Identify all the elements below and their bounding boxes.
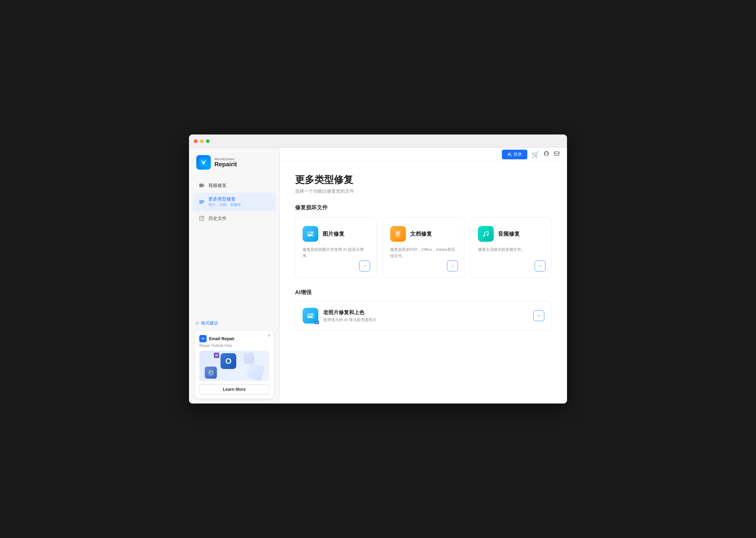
audio-repair-title: 音频修复 [498,230,520,238]
logo-product: Repairit [215,161,237,168]
cart-icon[interactable]: 🛒 [531,151,539,158]
audio-repair-arrow[interactable]: → [534,260,545,271]
logo-text: Wondershare Repairit [215,157,237,168]
main-content: 更多类型修复 选择一个功能以修复您的文件 修复损坏文件 [280,161,567,404]
feature-cards-row: 图片修复 修复损坏的图片并使用 AI 提高分辨率。 → [295,217,552,278]
right-panel: 登录 🛒 [280,148,567,404]
image-repair-title: 图片修复 [323,230,344,238]
svg-point-1 [203,161,204,163]
video-repair-content: 视频修复 [208,183,227,188]
image-repair-icon [303,226,318,242]
outlook-icon: O [221,353,236,369]
audio-repair-header: 音频修复 [478,226,544,242]
svg-point-7 [509,153,510,155]
email-repair-card: × ✉ Email Repair Repair Outlook Files ⚙️… [195,331,274,399]
sidebar-item-more-repair[interactable]: 更多类型修复 照片、文档、音频等 [193,193,276,211]
history-icon [199,215,205,221]
video-repair-icon [199,182,205,188]
svg-rect-10 [548,153,548,155]
logo-brand: Wondershare [215,157,237,161]
title-bar [189,134,567,148]
svg-rect-9 [544,153,545,155]
svg-point-13 [311,232,313,234]
doc-repair-icon [390,226,406,242]
minimize-button[interactable] [200,139,204,143]
svg-point-15 [483,235,485,237]
ai-card-content: 老照片修复和上色 使用强大的 AI 算法处理老照片 [323,309,529,323]
maximize-button[interactable] [206,139,210,143]
doc-repair-arrow[interactable]: → [447,260,458,271]
app-logo-icon [196,155,211,170]
repair-section-title: 修复损坏文件 [295,204,552,211]
sidebar-bottom: 格式建议 × ✉ Email Repair Repair Outlook Fil… [189,316,279,404]
traffic-lights [194,139,210,143]
close-button[interactable] [194,139,197,143]
history-label: 历史文件 [208,216,227,221]
ai-card[interactable]: AI 老照片修复和上色 使用强大的 AI 算法处理老照片 → [295,301,552,331]
history-content: 历史文件 [208,216,227,221]
ai-card-icon: AI [303,308,318,324]
ai-badge: AI [315,321,319,324]
email-repair-card-icon: ✉ [199,335,207,342]
app-body: Wondershare Repairit 视频修复 [189,148,567,404]
audio-repair-icon [478,226,494,242]
email-repair-subtitle: Repair Outlook Files [199,344,269,348]
user-icon [507,152,512,157]
more-repair-sublabel: 照片、文档、音频等 [208,202,241,207]
ai-section-title: AI增强 [295,289,552,296]
sidebar: Wondershare Repairit 视频修复 [189,148,280,404]
learn-more-button[interactable]: Learn More [199,384,269,395]
image-repair-card[interactable]: 图片修复 修复损坏的图片并使用 AI 提高分辨率。 → [295,217,377,278]
cube-decor-2 [243,352,255,365]
login-label: 登录 [513,152,522,157]
doc-repair-desc: 修复损坏的PDF，Office，Adobe和压缩文件。 [390,246,456,270]
email-repair-illustration: ⚙️ O W [199,351,269,381]
login-button[interactable]: 登录 [502,150,527,159]
svg-point-18 [311,314,313,315]
logo-area: Wondershare Repairit [189,148,279,176]
nav-section: 视频修复 更多类型修复 照片、文档、音频等 [189,176,279,316]
format-advice-label: 格式建议 [201,320,218,326]
ai-card-title: 老照片修复和上色 [323,309,529,316]
svg-rect-11 [554,152,559,155]
email-repair-header: ✉ Email Repair [199,335,269,342]
page-subtitle: 选择一个功能以修复您的文件 [295,188,552,194]
email-repair-close-button[interactable]: × [268,333,271,338]
doc-repair-title: 文档修复 [410,230,432,238]
audio-repair-card[interactable]: 音频修复 修复主流格式的音频文件。 → [470,217,552,278]
w-badge: W [214,352,219,358]
app-window: Wondershare Repairit 视频修复 [189,134,567,404]
format-advice-link[interactable]: 格式建议 [195,320,274,326]
email-repair-title: Email Repair [209,336,235,341]
ai-card-desc: 使用强大的 AI 算法处理老照片 [323,317,529,323]
page-title: 更多类型修复 [295,173,552,187]
ai-card-arrow[interactable]: → [533,310,544,321]
doc-repair-card[interactable]: 文档修复 修复损坏的PDF，Office，Adobe和压缩文件。 → [382,217,464,278]
image-repair-header: 图片修复 [303,226,369,242]
header-right: 登录 🛒 [502,150,560,159]
svg-rect-2 [199,184,203,187]
mail-icon[interactable] [554,150,560,158]
svg-point-16 [487,234,488,236]
app-header: 登录 🛒 [280,148,567,161]
image-repair-arrow[interactable]: → [359,260,370,271]
more-repair-icon [199,199,205,205]
doc-repair-header: 文档修复 [390,226,456,242]
headset-icon[interactable] [543,150,549,158]
sidebar-item-history[interactable]: 历史文件 [193,212,276,225]
sidebar-item-video-repair[interactable]: 视频修复 [193,179,276,192]
email-decor-1: ⚙️ [205,366,217,379]
more-repair-content: 更多类型修复 照片、文档、音频等 [208,196,241,207]
cube-decor-1 [246,363,265,381]
more-repair-label: 更多类型修复 [208,196,241,202]
video-repair-label: 视频修复 [208,183,227,188]
